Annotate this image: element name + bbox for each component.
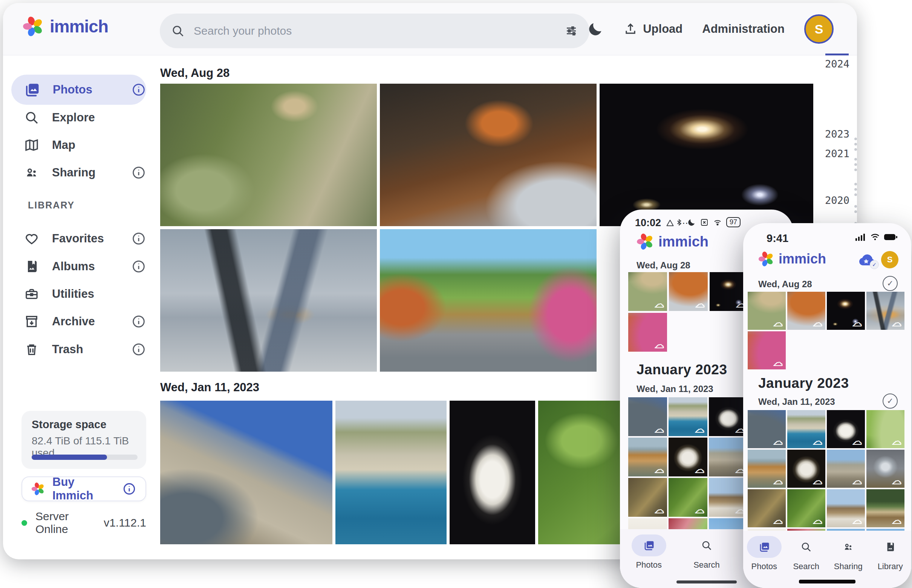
select-day-checkbox[interactable]: [883, 276, 897, 291]
administration-link[interactable]: Administration: [702, 22, 784, 36]
photo-marble-sculpture[interactable]: [787, 450, 825, 488]
nav-search[interactable]: Search: [688, 535, 725, 588]
home-indicator[interactable]: [676, 580, 737, 583]
photo-silver-ornament[interactable]: [867, 450, 904, 488]
cloud-backup-icon: [892, 436, 901, 447]
photo-autumn-dinner-table[interactable]: [669, 272, 708, 311]
info-icon[interactable]: [131, 314, 146, 329]
upload-label: Upload: [643, 22, 683, 36]
sidebar-item-utilities[interactable]: Utilities: [11, 279, 146, 309]
nav-library[interactable]: Library: [871, 536, 909, 588]
photo-marble-sculpture[interactable]: [668, 438, 707, 477]
timeline-year-2021[interactable]: 2021: [813, 148, 849, 160]
nav-photos[interactable]: Photos: [630, 535, 668, 588]
select-day-checkbox[interactable]: [883, 394, 897, 409]
brand-name: immich: [50, 16, 108, 37]
dnd-moon-icon: [687, 218, 696, 227]
nav-label: Photos: [636, 560, 662, 570]
info-icon[interactable]: [131, 82, 146, 97]
heart-icon: [24, 231, 39, 246]
photo-marble-bust[interactable]: [450, 401, 535, 544]
sidebar-item-albums[interactable]: Albums: [11, 251, 146, 281]
immich-flower-icon: [23, 16, 44, 37]
sidebar-item-explore[interactable]: Explore: [11, 103, 146, 132]
sidebar-item-favorites[interactable]: Favorites: [11, 223, 146, 254]
timeline-year-2024[interactable]: 2024: [813, 58, 849, 70]
info-icon[interactable]: [131, 231, 146, 246]
info-icon[interactable]: [122, 482, 136, 496]
timeline-year-2020[interactable]: 2020: [813, 194, 849, 206]
cloud-backup-icon: [773, 515, 783, 526]
home-indicator[interactable]: [799, 580, 856, 583]
photo-fireworks[interactable]: [710, 272, 749, 311]
info-icon[interactable]: [131, 165, 146, 180]
photo-beach-cliff[interactable]: [628, 438, 667, 477]
photo-alpine-houses[interactable]: [867, 489, 904, 527]
user-avatar[interactable]: S: [804, 15, 834, 44]
info-icon[interactable]: [131, 342, 146, 357]
photo-lizard-leaves[interactable]: [628, 478, 667, 517]
buy-immich-button[interactable]: Buy Immich: [21, 477, 146, 501]
photo-dubrovnik-fortress[interactable]: [160, 401, 333, 544]
photo-marble-bust[interactable]: [827, 410, 865, 448]
info-icon[interactable]: [131, 259, 146, 274]
user-avatar[interactable]: S: [881, 251, 898, 268]
photo-lizard-moss[interactable]: [668, 478, 707, 517]
photo-autumn-garden-path[interactable]: [748, 331, 786, 369]
nav-photos[interactable]: Photos: [746, 536, 783, 588]
mobile-phone-ios: 9:41 immich S Wed, Aug 28 January 2023 W…: [743, 223, 911, 588]
cloud-sync-button[interactable]: [858, 252, 876, 268]
photo-holding-hands[interactable]: [867, 292, 904, 330]
cloud-backup-icon: [695, 504, 704, 515]
cloud-backup-icon: [852, 436, 862, 447]
search-input[interactable]: [193, 24, 556, 38]
cloud-backup-icon: [655, 299, 664, 309]
search-bar[interactable]: [160, 14, 589, 48]
photo-beach-cliff[interactable]: [748, 450, 786, 488]
photo-zoo-monkeys[interactable]: [160, 84, 377, 226]
photo-zoo-monkeys[interactable]: [628, 272, 667, 311]
photo-autumn-garden-path[interactable]: [628, 313, 667, 352]
photo-castle-ruins[interactable]: [709, 438, 748, 477]
upload-icon: [623, 22, 638, 36]
photo-fireworks[interactable]: [600, 84, 813, 226]
photo-autumn-garden-path[interactable]: [380, 229, 597, 372]
dark-mode-moon-icon[interactable]: [587, 21, 604, 37]
brand-name: immich: [659, 234, 709, 250]
photo-autumn-dinner-table[interactable]: [787, 292, 825, 330]
cloud-backup-icon: [813, 436, 822, 447]
upload-button[interactable]: Upload: [623, 22, 683, 36]
nav-label: Sharing: [834, 562, 863, 572]
search-filter-icon[interactable]: [565, 24, 578, 38]
photo-coastal-town[interactable]: [668, 397, 707, 436]
photo-dubrovnik-fortress[interactable]: [748, 410, 786, 448]
photo-coastal-town[interactable]: [336, 401, 447, 544]
photo-holding-hands[interactable]: [160, 229, 377, 372]
photo-castle-ruins[interactable]: [827, 450, 865, 488]
sidebar-item-map[interactable]: Map: [11, 130, 146, 160]
cloud-backup-icon: [773, 317, 783, 328]
photo-autumn-dinner-table[interactable]: [380, 84, 597, 226]
cloud-backup-icon: [892, 475, 901, 486]
immich-logo[interactable]: immich: [23, 16, 108, 37]
photo-fireworks[interactable]: [827, 292, 865, 330]
photo-lizard-leaves[interactable]: [748, 489, 786, 527]
storage-progress-fill: [32, 455, 107, 460]
phone1-month-header: January 2023: [636, 362, 727, 378]
photo-coastal-town[interactable]: [787, 410, 825, 448]
timeline-year-2023[interactable]: 2023: [813, 128, 849, 140]
sidebar-item-trash[interactable]: Trash: [11, 334, 146, 365]
photo-winter-church[interactable]: [827, 489, 865, 527]
sidebar-item-archive[interactable]: Archive: [11, 307, 146, 337]
photo-dubrovnik-fortress[interactable]: [628, 397, 667, 436]
photo-green-berries[interactable]: [867, 410, 904, 448]
sidebar-item-sharing[interactable]: Sharing: [11, 158, 146, 188]
sidebar-label-explore: Explore: [52, 111, 146, 124]
server-online-dot: [21, 520, 27, 526]
photo-winter-church[interactable]: [709, 478, 748, 517]
photo-marble-bust[interactable]: [709, 397, 748, 436]
photo-zoo-monkeys[interactable]: [748, 292, 786, 330]
phone1-day-header-jan: Wed, Jan 11, 2023: [636, 384, 713, 394]
photo-lizard-moss[interactable]: [787, 489, 825, 527]
sidebar-item-photos[interactable]: Photos: [11, 74, 146, 105]
